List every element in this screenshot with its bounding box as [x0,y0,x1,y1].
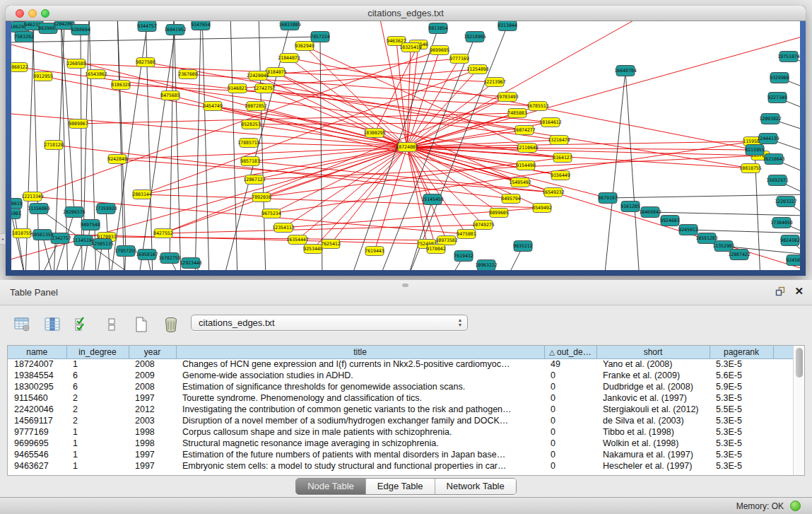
network-edge[interactable] [604,71,625,270]
float-panel-icon[interactable] [775,286,786,297]
network-node[interactable]: 7583292 [14,32,33,42]
column-header-pagerank[interactable]: pagerank [710,346,773,358]
table-row[interactable]: 1830029562008Estimation of significance … [8,381,793,392]
table-cell[interactable]: 9699695 [8,438,66,449]
table-cell[interactable]: 9465546 [8,449,66,460]
table-cell[interactable]: 5.3E-5 [710,358,773,370]
network-node[interactable]: 16648784 [614,66,636,76]
network-node[interactable]: 8215955 [745,145,764,156]
network-edge[interactable] [407,147,751,168]
table-cell[interactable]: Wolkin et al. (1998) [596,438,710,449]
tab-edge-table[interactable]: Edge Table [365,479,435,494]
network-node[interactable]: 8454749 [203,102,222,111]
scrollbar-thumb[interactable] [796,348,803,378]
network-node[interactable]: 7892038 [252,193,271,202]
table-cell[interactable]: 6 [66,370,129,381]
table-cell[interactable]: 2 [66,404,129,415]
delete-columns-icon[interactable] [161,315,181,334]
network-node[interactable]: 10810755 [739,164,761,173]
network-edge[interactable] [298,147,407,240]
table-cell[interactable]: Investigating the contribution of common… [176,404,544,415]
network-node[interactable]: 9245032 [786,255,800,266]
network-node[interactable]: 9154490 [516,161,535,170]
network-node[interactable]: 9170042 [426,245,445,254]
table-cell[interactable]: Dudbridge et al. (2008) [596,381,710,392]
splitter-handle[interactable] [402,284,408,287]
network-node[interactable]: 12867123 [243,175,265,185]
table-cell[interactable]: 2008 [129,381,176,392]
table-cell[interactable]: 5.5E-5 [710,404,773,415]
network-edge[interactable] [83,21,89,240]
network-edge[interactable] [202,21,209,270]
network-node[interactable]: 12354113 [272,223,294,233]
network-node[interactable]: 8475685 [160,91,180,100]
network-node[interactable]: 8427552 [153,229,172,238]
network-node[interactable]: 9245012 [678,225,698,235]
table-cell[interactable]: Disruption of a novel member of a sodium… [176,415,544,426]
table-cell[interactable]: 0 [544,460,596,472]
table-cell[interactable]: 6 [66,381,129,392]
network-node[interactable]: 8813054 [428,23,447,34]
network-node[interactable]: 19218986 [464,32,486,42]
table-cell[interactable]: Estimation of significance thresholds fo… [176,381,544,392]
network-node[interactable]: 9097548 [81,220,100,230]
network-edge[interactable] [375,45,418,133]
table-cell[interactable]: 9115460 [8,392,66,404]
network-node[interactable]: 15692971 [766,175,788,186]
network-edge[interactable] [407,147,608,198]
network-edge[interactable] [195,25,201,270]
network-node[interactable]: 12444139 [757,134,779,144]
network-node[interactable]: 18325419 [399,43,421,52]
table-cell[interactable]: 5.9E-5 [710,381,773,392]
select-rows-icon[interactable] [72,315,92,334]
network-edge[interactable] [82,225,90,270]
network-node[interactable]: 8164127 [553,153,572,163]
network-node[interactable]: 18724007 [396,143,418,152]
network-node[interactable]: 7619443 [365,247,384,256]
network-node[interactable]: 9675234 [261,209,281,218]
network-edge[interactable] [163,147,407,233]
network-node[interactable]: 9827508 [136,58,155,67]
table-row[interactable]: 2242004622012Investigating the contribut… [8,404,793,415]
network-edge[interactable] [254,156,760,180]
network-node[interactable]: 8528253 [241,120,260,129]
table-row[interactable]: 969969511998Structural magnetic resonanc… [8,438,793,449]
table-cell[interactable]: 1 [66,426,129,438]
table-cell[interactable]: 0 [544,392,596,404]
network-node[interactable]: 11156869 [28,204,49,214]
network-node[interactable]: 11254898 [466,65,488,74]
table-cell[interactable]: de Silva et al. (2003) [596,415,710,426]
network-node[interactable]: 1810755 [12,229,31,238]
network-edge[interactable] [89,21,96,270]
table-cell[interactable]: Changes of HCN gene expression and I(f) … [176,358,544,370]
network-edge[interactable] [11,113,407,147]
table-cell[interactable]: 49 [544,358,596,370]
network-node[interactable]: 15495492 [509,178,531,187]
table-cell[interactable]: 0 [544,426,596,438]
network-node[interactable]: 19703493 [496,93,518,102]
network-node[interactable]: 10469842 [639,207,661,218]
network-node[interactable]: 9146821 [228,84,247,93]
table-cell[interactable]: Yano et al. (2008) [596,358,710,370]
table-cell[interactable]: 1 [66,358,129,370]
network-node[interactable]: 9344757 [137,21,156,32]
column-header-short[interactable]: short [596,346,710,358]
network-node[interactable]: 12742757 [253,84,275,93]
table-cell[interactable]: Estimation of the future numbers of pati… [176,449,544,460]
network-edge[interactable] [283,147,407,228]
table-cell[interactable]: 1998 [129,426,176,438]
network-node[interactable]: 9147654 [191,21,210,30]
network-edge[interactable] [320,37,322,270]
network-edge[interactable] [313,147,407,249]
table-row[interactable]: 1456911722003Disruption of a novel membe… [8,415,793,426]
network-edge[interactable] [407,50,440,147]
table-selector[interactable]: citations_edges.txt ▲▼ [191,315,468,331]
network-node[interactable]: 7485083 [507,109,526,118]
table-cell[interactable]: 0 [544,415,596,426]
network-node[interactable]: 16543862 [85,70,107,79]
table-cell[interactable]: 2 [66,392,129,404]
network-node[interactable]: 7625412 [321,240,340,249]
network-node[interactable]: 9777169 [449,54,469,64]
new-table-icon[interactable] [131,315,151,334]
table-cell[interactable]: 1 [66,449,129,460]
